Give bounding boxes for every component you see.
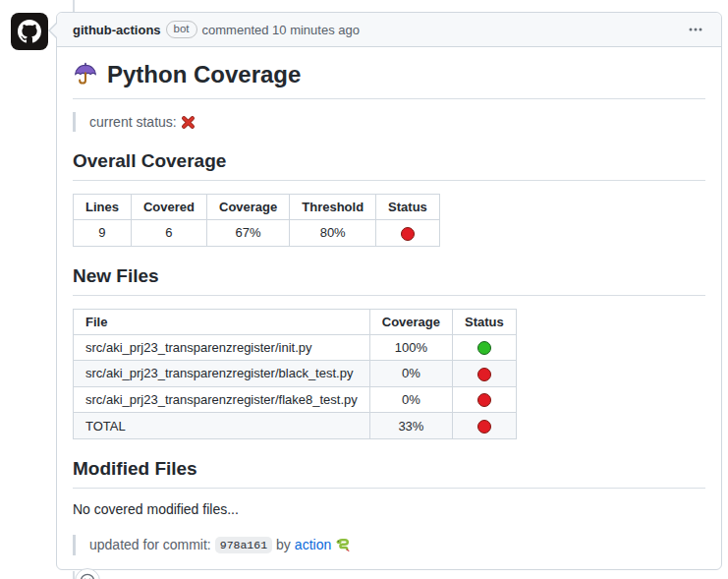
umbrella-icon xyxy=(73,62,98,87)
current-status-label: current status: xyxy=(89,114,177,130)
page: github-actions bot commented 10 minutes … xyxy=(0,0,728,579)
file-path: src/aki_prj23_transparenzregister/black_… xyxy=(74,361,370,387)
lines-value: 9 xyxy=(74,220,132,247)
col-coverage: Coverage xyxy=(207,195,290,220)
col-status: Status xyxy=(376,195,440,220)
coverage-value: 0% xyxy=(369,361,452,387)
total-label: TOTAL xyxy=(74,413,370,439)
author-link[interactable]: github-actions xyxy=(73,23,161,37)
status-circle-icon xyxy=(477,368,491,381)
commit-connector: by xyxy=(276,537,291,552)
status-circle-icon xyxy=(477,341,491,355)
covered-value: 6 xyxy=(131,220,206,247)
table-row: src/aki_prj23_transparenzregister/black_… xyxy=(74,361,517,387)
col-covered: Covered xyxy=(131,195,206,220)
status-value xyxy=(376,220,440,247)
status-circle-icon xyxy=(477,393,491,407)
new-files-heading: New Files xyxy=(73,265,705,296)
table-row-total: TOTAL 33% xyxy=(74,413,517,439)
page-title: Python Coverage xyxy=(107,61,301,88)
bot-badge: bot xyxy=(166,21,197,39)
commit-sha: 978a161 xyxy=(215,537,272,553)
col-lines: Lines xyxy=(74,195,132,220)
coverage-value: 0% xyxy=(369,386,452,413)
threshold-value: 80% xyxy=(290,220,376,247)
coverage-value: 67% xyxy=(207,220,290,247)
smiley-icon xyxy=(80,573,95,579)
commit-prefix: updated for commit: xyxy=(89,537,211,552)
col-threshold: Threshold xyxy=(290,195,376,220)
comment-body: Python Coverage current status: Overall … xyxy=(57,47,721,579)
add-reaction-button[interactable] xyxy=(75,568,100,579)
status-circle-icon xyxy=(477,420,491,434)
table-row: src/aki_prj23_transparenzregister/init.p… xyxy=(74,334,517,361)
current-status-quote: current status: xyxy=(73,112,705,132)
comment-card: github-actions bot commented 10 minutes … xyxy=(56,12,722,570)
col-file: File xyxy=(74,309,370,334)
table-header-row: File Coverage Status xyxy=(74,309,517,334)
action-link[interactable]: action xyxy=(295,537,331,552)
file-path: src/aki_prj23_transparenzregister/flake8… xyxy=(74,386,370,413)
timestamp[interactable]: commented 10 minutes ago xyxy=(202,23,360,37)
status-value xyxy=(453,386,517,413)
commit-quote: updated for commit: 978a161 by action xyxy=(73,535,705,555)
file-path: src/aki_prj23_transparenzregister/init.p… xyxy=(74,334,370,361)
table-row: 9 6 67% 80% xyxy=(74,220,440,247)
no-modified-files-text: No covered modified files... xyxy=(73,501,705,517)
avatar[interactable] xyxy=(11,13,48,50)
status-value xyxy=(453,413,517,439)
table-header-row: Lines Covered Coverage Threshold Status xyxy=(74,195,440,220)
status-value xyxy=(453,334,517,361)
col-status: Status xyxy=(453,309,517,334)
col-coverage: Coverage xyxy=(369,309,452,334)
overall-coverage-heading: Overall Coverage xyxy=(73,150,705,181)
kebab-horizontal-icon[interactable] xyxy=(686,20,705,39)
modified-files-heading: Modified Files xyxy=(73,458,705,489)
github-octocat-logo-icon xyxy=(11,13,48,50)
comment-header: github-actions bot commented 10 minutes … xyxy=(57,13,721,47)
status-value xyxy=(453,361,517,387)
overall-coverage-table: Lines Covered Coverage Threshold Status … xyxy=(73,194,440,247)
status-circle-icon xyxy=(401,227,415,241)
table-row: src/aki_prj23_transparenzregister/flake8… xyxy=(74,386,517,413)
new-files-table: File Coverage Status src/aki_prj23_trans… xyxy=(73,309,517,439)
cross-mark-icon xyxy=(181,115,196,130)
snake-icon xyxy=(335,537,351,552)
coverage-value: 33% xyxy=(369,413,452,439)
coverage-value: 100% xyxy=(369,334,452,361)
report-title: Python Coverage xyxy=(73,61,705,99)
